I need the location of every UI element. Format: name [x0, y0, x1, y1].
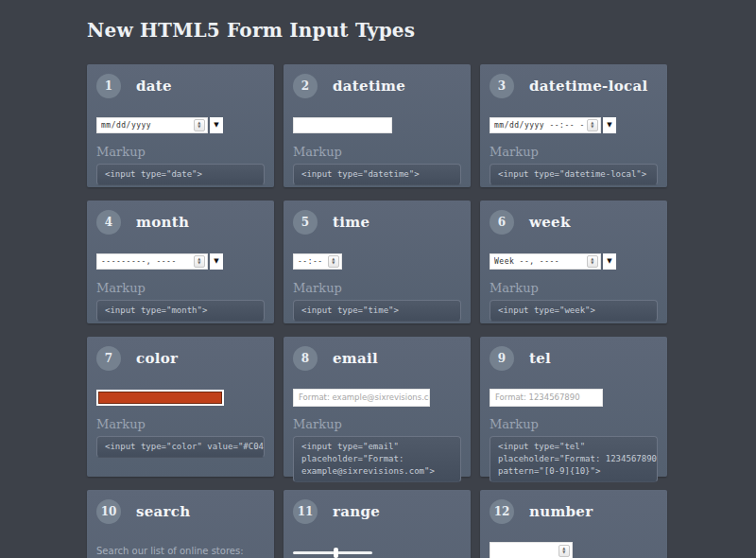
- stepper-icon[interactable]: ▲▼: [328, 255, 339, 268]
- stepper-icon[interactable]: ▲▼: [558, 545, 570, 557]
- date-input[interactable]: mm/dd/yyyy --:-- --▲▼▼: [490, 117, 616, 133]
- stepper-icon[interactable]: ▲▼: [587, 119, 598, 131]
- markup-label: Markup: [96, 281, 265, 295]
- stepper-icon[interactable]: ▲▼: [194, 255, 205, 268]
- markup-code: <input type="datetime-local">: [490, 164, 658, 185]
- dropdown-arrow-icon[interactable]: ▼: [210, 253, 223, 270]
- code-line: <input type="time">: [301, 305, 453, 317]
- code-line: <input type="week">: [498, 305, 649, 317]
- text-input[interactable]: [293, 117, 392, 133]
- range-thumb[interactable]: [334, 548, 338, 558]
- input-type-card-range: 11 range: [284, 490, 471, 558]
- card-title: color: [136, 350, 178, 367]
- card-number-badge: 5: [293, 210, 318, 235]
- card-title: week: [529, 214, 571, 231]
- date-input-value: Week --, ----: [494, 257, 585, 266]
- markup-code: <input type="month">: [96, 300, 265, 322]
- dropdown-arrow-icon[interactable]: ▼: [210, 117, 223, 133]
- markup-code: <input type="date">: [96, 164, 265, 185]
- input-demo-area: ▲▼: [490, 541, 658, 558]
- card-title: datetime-local: [529, 78, 647, 95]
- card-number-badge: 7: [96, 346, 121, 371]
- card-title: range: [333, 503, 380, 520]
- input-demo-area: [293, 115, 461, 134]
- date-input-field[interactable]: ---------, ----▲▼: [96, 253, 208, 270]
- card-number-badge: 6: [490, 210, 514, 235]
- card-title: date: [136, 78, 172, 95]
- code-line: <input type="tel": [498, 441, 649, 453]
- card-header: 7 color: [96, 346, 265, 371]
- markup-label: Markup: [96, 145, 265, 159]
- input-demo-area: Search our list of online stores:: [96, 541, 265, 558]
- stepper-icon[interactable]: ▲▼: [194, 119, 205, 131]
- date-input-field[interactable]: Week --, ----▲▼: [490, 253, 601, 270]
- input-type-card-color: 7 color Markup<input type="color" value=…: [87, 337, 274, 477]
- markup-code: <input type="email"placeholder="Format:e…: [293, 436, 461, 482]
- code-line: pattern="[0-9]{10}">: [498, 465, 649, 478]
- date-input-value: mm/dd/yyyy: [101, 121, 192, 130]
- input-type-card-month: 4 month ---------, ----▲▼▼ Markup<input …: [87, 201, 274, 323]
- card-header: 2 datetime: [293, 74, 461, 98]
- input-type-card-tel: 9 tel Format: 1234567890 Markup<input ty…: [480, 337, 667, 477]
- stepper-icon[interactable]: ▲▼: [587, 255, 598, 268]
- date-input-value: ---------, ----: [101, 257, 192, 266]
- input-demo-area: mm/dd/yyyy --:-- --▲▼▼: [490, 115, 658, 134]
- date-input-field[interactable]: --:-- --▲▼: [293, 253, 342, 270]
- markup-code: <input type="week">: [490, 300, 658, 322]
- dropdown-arrow-icon[interactable]: ▼: [603, 117, 616, 133]
- input-demo-area: [293, 541, 461, 558]
- number-input[interactable]: ▲▼: [490, 542, 573, 558]
- card-number-badge: 10: [96, 499, 121, 524]
- date-input[interactable]: --:-- --▲▼: [293, 253, 342, 270]
- date-input-field[interactable]: mm/dd/yyyy --:-- --▲▼: [490, 117, 601, 133]
- card-header: 8 email: [293, 346, 461, 371]
- markup-code: <input type="datetime">: [293, 164, 461, 185]
- card-header: 3 datetime-local: [490, 74, 658, 98]
- markup-label: Markup: [490, 281, 658, 295]
- input-demo-area: Format: example@sixrevisions.com: [293, 388, 461, 407]
- input-type-card-number: 12 number ▲▼: [480, 490, 667, 558]
- placeholder-text: Format: example@sixrevisions.com: [299, 392, 430, 402]
- color-swatch: [98, 392, 222, 404]
- card-number-badge: 3: [490, 74, 514, 98]
- code-line: <input type="datetime">: [301, 168, 453, 181]
- input-type-card-date: 1 date mm/dd/yyyy▲▼▼ Markup<input type="…: [87, 64, 274, 187]
- input-type-card-email: 8 email Format: example@sixrevisions.com…: [284, 337, 471, 477]
- markup-label: Markup: [293, 145, 461, 159]
- input-type-card-week: 6 week Week --, ----▲▼▼ Markup<input typ…: [480, 201, 667, 323]
- card-header: 4 month: [96, 210, 265, 235]
- card-number-badge: 8: [293, 346, 318, 371]
- code-line: placeholder="Format: 1234567890": [498, 453, 649, 465]
- card-number-badge: 4: [96, 210, 121, 235]
- input-type-card-datetime-local: 3 datetime-local mm/dd/yyyy --:-- --▲▼▼ …: [480, 64, 667, 187]
- dropdown-arrow-icon[interactable]: ▼: [603, 253, 616, 270]
- code-line: <input type="color" value="#C04019">: [105, 441, 256, 453]
- input-demo-area: Week --, ----▲▼▼: [490, 252, 658, 270]
- input-type-card-datetime: 2 datetime Markup<input type="datetime">: [284, 64, 471, 187]
- card-number-badge: 11: [293, 499, 318, 524]
- card-number-badge: 2: [293, 74, 318, 98]
- tel-input[interactable]: Format: 1234567890: [490, 389, 603, 407]
- date-input[interactable]: mm/dd/yyyy▲▼▼: [96, 117, 223, 133]
- input-demo-area: mm/dd/yyyy▲▼▼: [96, 115, 265, 134]
- range-slider[interactable]: [293, 551, 372, 554]
- color-input[interactable]: [96, 390, 224, 406]
- placeholder-text: Format: 1234567890: [495, 392, 580, 402]
- markup-label: Markup: [293, 417, 461, 431]
- card-number-badge: 1: [96, 74, 121, 98]
- input-type-card-search: 10 search Search our list of online stor…: [87, 490, 274, 558]
- email-input[interactable]: Format: example@sixrevisions.com: [293, 389, 430, 407]
- date-input[interactable]: Week --, ----▲▼▼: [490, 253, 616, 270]
- markup-label: Markup: [96, 417, 265, 431]
- card-header: 5 time: [293, 210, 461, 235]
- date-input-field[interactable]: mm/dd/yyyy▲▼: [96, 117, 208, 133]
- card-header: 9 tel: [490, 346, 658, 371]
- card-title: month: [136, 214, 189, 231]
- code-line: example@sixrevisions.com">: [301, 465, 453, 478]
- card-title: search: [136, 503, 190, 520]
- input-demo-area: --:-- --▲▼: [293, 252, 461, 270]
- markup-label: Markup: [293, 281, 461, 295]
- input-demo-area: Format: 1234567890: [490, 388, 658, 407]
- date-input[interactable]: ---------, ----▲▼▼: [96, 253, 223, 270]
- markup-code: <input type="color" value="#C04019">: [96, 436, 265, 458]
